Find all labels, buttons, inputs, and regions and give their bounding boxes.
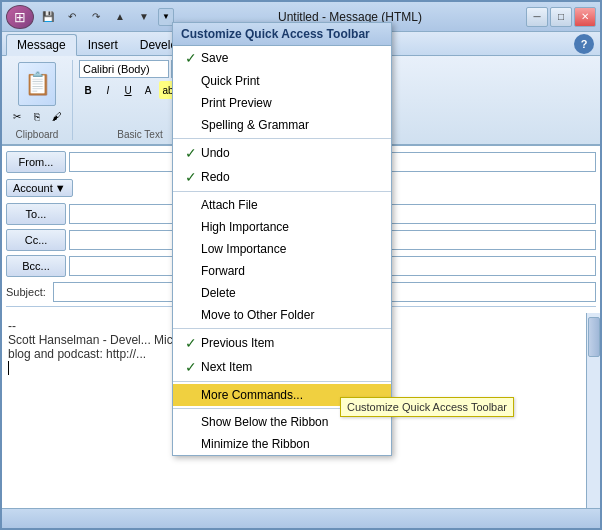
menu-item-show-below[interactable]: Show Below the Ribbon <box>173 411 391 433</box>
redo-quick-btn[interactable]: ↷ <box>86 8 106 26</box>
clipboard-label: Clipboard <box>16 127 59 140</box>
menu-label-delete: Delete <box>201 286 383 300</box>
check-save: ✓ <box>181 50 201 66</box>
clipboard-content: 📋 ✂ ⎘ 🖌 <box>8 60 66 127</box>
cut-button[interactable]: ✂ <box>8 108 26 126</box>
menu-label-show-below: Show Below the Ribbon <box>201 415 383 429</box>
account-label: Account <box>13 182 53 194</box>
close-button[interactable]: ✕ <box>574 7 596 27</box>
menu-label-save: Save <box>201 51 383 65</box>
menu-label-next: Next Item <box>201 360 383 374</box>
from-button[interactable]: From... <box>6 151 66 173</box>
check-undo: ✓ <box>181 145 201 161</box>
menu-item-delete[interactable]: Delete <box>173 282 391 304</box>
menu-item-spelling[interactable]: Spelling & Grammar <box>173 114 391 136</box>
menu-label-minimize: Minimize the Ribbon <box>201 437 383 451</box>
dropdown-menu: Customize Quick Access Toolbar ✓ Save Qu… <box>172 22 392 456</box>
menu-label-print-preview: Print Preview <box>201 96 383 110</box>
maximize-button[interactable]: □ <box>550 7 572 27</box>
font-name-input[interactable] <box>79 60 169 78</box>
menu-item-more-commands[interactable]: More Commands... <box>173 384 391 406</box>
undo-quick-btn[interactable]: ↶ <box>62 8 82 26</box>
menu-label-low: Low Importance <box>201 242 383 256</box>
menu-item-move[interactable]: Move to Other Folder <box>173 304 391 326</box>
menu-label-attach: Attach File <box>201 198 383 212</box>
menu-label-more: More Commands... <box>201 388 383 402</box>
bcc-button[interactable]: Bcc... <box>6 255 66 277</box>
menu-header: Customize Quick Access Toolbar <box>173 23 391 46</box>
vertical-scrollbar[interactable] <box>586 313 600 508</box>
check-redo: ✓ <box>181 169 201 185</box>
minimize-button[interactable]: ─ <box>526 7 548 27</box>
paste-icon: 📋 <box>18 62 56 106</box>
menu-item-undo[interactable]: ✓ Undo <box>173 141 391 165</box>
tab-insert[interactable]: Insert <box>77 34 129 55</box>
menu-item-next[interactable]: ✓ Next Item <box>173 355 391 379</box>
status-bar <box>2 508 600 528</box>
menu-item-high-importance[interactable]: High Importance <box>173 216 391 238</box>
tab-message[interactable]: Message <box>6 34 77 56</box>
scroll-thumb[interactable] <box>588 317 600 357</box>
menu-item-low-importance[interactable]: Low Importance <box>173 238 391 260</box>
title-bar-left: ⊞ 💾 ↶ ↷ ▲ ▼ ▼ <box>6 5 174 29</box>
text-color-btn[interactable]: A <box>139 81 157 99</box>
menu-divider-1 <box>173 138 391 139</box>
menu-label-high: High Importance <box>201 220 383 234</box>
cursor <box>8 361 9 375</box>
office-button[interactable]: ⊞ <box>6 5 34 29</box>
menu-item-attach[interactable]: Attach File <box>173 194 391 216</box>
menu-item-prev[interactable]: ✓ Previous Item <box>173 331 391 355</box>
application-window: ⊞ 💾 ↶ ↷ ▲ ▼ ▼ Untitled - Message (HTML) … <box>0 0 602 530</box>
menu-label-undo: Undo <box>201 146 383 160</box>
menu-divider-4 <box>173 381 391 382</box>
basic-text-label: Basic Text <box>117 127 162 140</box>
menu-item-quick-print[interactable]: Quick Print <box>173 70 391 92</box>
paste-button[interactable]: 📋 <box>15 62 59 106</box>
menu-item-print-preview[interactable]: Print Preview <box>173 92 391 114</box>
account-button[interactable]: Account ▼ <box>6 179 73 197</box>
italic-button[interactable]: I <box>99 81 117 99</box>
cc-button[interactable]: Cc... <box>6 229 66 251</box>
to-button[interactable]: To... <box>6 203 66 225</box>
menu-divider-3 <box>173 328 391 329</box>
underline-button[interactable]: U <box>119 81 137 99</box>
menu-label-spelling: Spelling & Grammar <box>201 118 383 132</box>
menu-divider-5 <box>173 408 391 409</box>
next-item-btn[interactable]: ▼ <box>134 8 154 26</box>
menu-label-prev: Previous Item <box>201 336 383 350</box>
save-quick-btn[interactable]: 💾 <box>38 8 58 26</box>
menu-item-forward[interactable]: Forward <box>173 260 391 282</box>
check-next: ✓ <box>181 359 201 375</box>
menu-item-minimize[interactable]: Minimize the Ribbon <box>173 433 391 455</box>
window-controls: ─ □ ✕ <box>526 7 596 27</box>
help-button[interactable]: ? <box>574 34 594 54</box>
copy-button[interactable]: ⎘ <box>28 108 46 126</box>
menu-item-save[interactable]: ✓ Save <box>173 46 391 70</box>
check-prev: ✓ <box>181 335 201 351</box>
menu-label-redo: Redo <box>201 170 383 184</box>
menu-label-forward: Forward <box>201 264 383 278</box>
menu-item-redo[interactable]: ✓ Redo <box>173 165 391 189</box>
menu-label-quick-print: Quick Print <box>201 74 383 88</box>
subject-label: Subject: <box>6 286 46 298</box>
account-dropdown-icon: ▼ <box>55 182 66 194</box>
menu-divider-2 <box>173 191 391 192</box>
clipboard-group: 📋 ✂ ⎘ 🖌 Clipboard <box>2 60 73 140</box>
menu-label-move: Move to Other Folder <box>201 308 383 322</box>
prev-item-btn[interactable]: ▲ <box>110 8 130 26</box>
bold-button[interactable]: B <box>79 81 97 99</box>
format-button[interactable]: 🖌 <box>48 108 66 126</box>
